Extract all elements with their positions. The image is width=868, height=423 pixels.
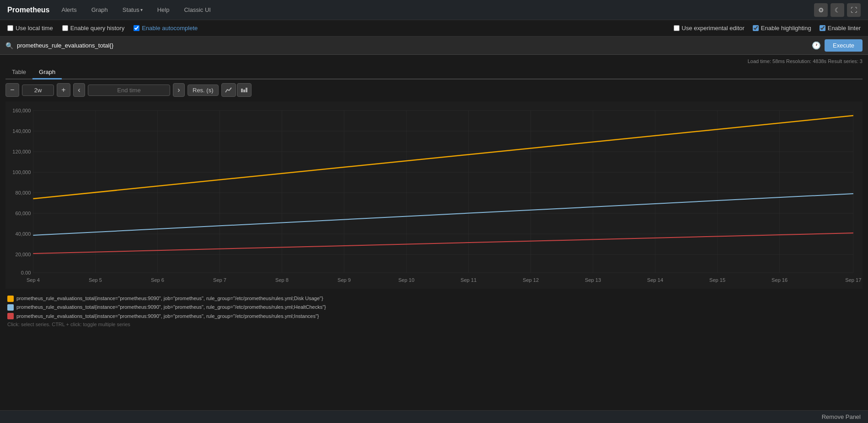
enable-autocomplete-checkbox[interactable] [134,25,139,31]
svg-text:0.00: 0.00 [21,270,31,275]
legend-item-instances[interactable]: prometheus_rule_evaluations_total{instan… [7,313,861,320]
svg-text:Sep 9: Sep 9 [338,277,351,283]
chart-type-buttons [221,83,252,97]
alerts-link[interactable]: Alerts [59,5,79,15]
tab-graph[interactable]: Graph [32,66,62,79]
status-dropdown[interactable]: Status ▾ [120,5,145,15]
enable-highlighting-checkbox[interactable] [753,25,759,31]
enable-linter-text: Enable linter [828,25,861,32]
brand-title: Prometheus [7,6,49,14]
enable-linter-label[interactable]: Enable linter [820,25,861,32]
graph-link[interactable]: Graph [89,5,111,15]
enable-linter-checkbox[interactable] [820,25,825,31]
svg-text:Sep 12: Sep 12 [523,277,539,283]
legend-label-instances: prometheus_rule_evaluations_total{instan… [16,313,319,320]
chart-svg: 160,000 140,000 120,000 100,000 80,000 6… [5,101,863,289]
navbar: Prometheus Alerts Graph Status ▾ Help Cl… [0,0,868,20]
enable-highlighting-text: Enable highlighting [761,25,811,32]
legend-item-healtchecks[interactable]: prometheus_rule_evaluations_total{instan… [7,304,861,311]
legend: prometheus_rule_evaluations_total{instan… [5,292,863,330]
svg-text:140,000: 140,000 [12,128,31,134]
svg-text:Sep 13: Sep 13 [585,277,601,283]
decrease-range-button[interactable]: − [5,83,19,97]
svg-text:60,000: 60,000 [16,211,31,216]
help-link[interactable]: Help [155,5,172,15]
increase-range-button[interactable]: + [57,83,70,97]
status-label: Status [123,6,139,13]
info-bar: Load time: 58ms Resolution: 4838s Result… [5,58,863,64]
legend-color-disk-usage [7,296,14,302]
legend-item-disk-usage[interactable]: prometheus_rule_evaluations_total{instan… [7,295,861,302]
legend-color-instances [7,313,14,319]
enable-highlighting-label[interactable]: Enable highlighting [753,25,811,32]
svg-text:Sep 11: Sep 11 [461,277,477,283]
stacked-chart-icon [241,87,248,93]
settings-icon-btn[interactable]: ⚙ [814,3,828,17]
theme-icon-btn[interactable]: ☾ [830,3,844,17]
use-experimental-editor-label[interactable]: Use experimental editor [674,25,745,32]
search-icon: 🔍 [5,42,13,49]
svg-text:20,000: 20,000 [16,252,31,257]
legend-label-disk-usage: prometheus_rule_evaluations_total{instan… [16,295,323,302]
svg-text:Sep 17: Sep 17 [845,277,861,283]
enable-query-history-checkbox[interactable] [62,25,68,31]
next-time-button[interactable]: › [173,83,185,97]
bottom-bar: Remove Panel [0,410,868,423]
enable-query-history-label[interactable]: Enable query history [62,25,125,32]
query-input[interactable] [17,42,808,49]
svg-text:Sep 5: Sep 5 [89,277,102,283]
status-dropdown-arrow: ▾ [140,7,143,12]
search-bar: 🔍 🕐 Execute [0,37,868,55]
enable-autocomplete-text: Enable autocomplete [142,25,198,32]
time-range-input[interactable] [22,85,54,96]
graph-controls: − + ‹ › Res. (s) [5,83,863,97]
svg-text:Sep 7: Sep 7 [213,277,226,283]
svg-text:100,000: 100,000 [12,169,31,175]
expand-icon-btn[interactable]: ⛶ [847,3,861,17]
use-experimental-editor-checkbox[interactable] [674,25,680,31]
enable-autocomplete-label[interactable]: Enable autocomplete [134,25,198,32]
svg-rect-2 [246,88,247,92]
svg-rect-3 [5,101,863,289]
resolution-button[interactable]: Res. (s) [188,85,219,96]
use-experimental-editor-text: Use experimental editor [682,25,745,32]
legend-hint: Click: select series. CTRL + click: togg… [7,322,861,327]
chart-wrapper: 160,000 140,000 120,000 100,000 80,000 6… [5,101,863,289]
prev-time-button[interactable]: ‹ [73,83,85,97]
use-local-time-label[interactable]: Use local time [7,25,53,32]
info-text: Load time: 58ms Resolution: 4838s Result… [748,58,863,64]
svg-text:Sep 16: Sep 16 [772,277,788,283]
options-right: Use experimental editor Enable highlight… [674,25,861,32]
use-local-time-checkbox[interactable] [7,25,13,31]
classic-ui-link[interactable]: Classic UI [181,5,214,15]
svg-text:Sep 14: Sep 14 [647,277,663,283]
svg-text:Sep 8: Sep 8 [275,277,289,283]
main-content: Load time: 58ms Resolution: 4838s Result… [0,55,868,333]
legend-label-healtchecks: prometheus_rule_evaluations_total{instan… [16,304,326,311]
line-chart-icon [225,87,232,93]
use-local-time-text: Use local time [16,25,53,32]
remove-panel-button[interactable]: Remove Panel [822,413,861,420]
history-icon[interactable]: 🕐 [812,41,821,50]
svg-text:40,000: 40,000 [16,231,31,237]
svg-text:Sep 6: Sep 6 [151,277,164,283]
tabs: Table Graph [5,66,863,79]
legend-color-healtchecks [7,304,14,311]
svg-text:120,000: 120,000 [12,149,31,154]
enable-query-history-text: Enable query history [70,25,125,32]
svg-text:80,000: 80,000 [16,190,31,196]
svg-text:Sep 15: Sep 15 [709,277,725,283]
options-bar: Use local time Enable query history Enab… [0,20,868,37]
svg-text:Sep 4: Sep 4 [27,277,40,283]
svg-rect-0 [241,89,243,92]
stacked-chart-button[interactable] [237,83,252,97]
tab-table[interactable]: Table [5,66,32,79]
svg-rect-1 [243,90,245,92]
svg-text:Sep 10: Sep 10 [398,277,414,283]
end-time-input[interactable] [88,85,170,96]
execute-button[interactable]: Execute [825,39,863,52]
line-chart-button[interactable] [221,83,236,97]
svg-text:160,000: 160,000 [12,108,31,113]
navbar-right-icons: ⚙ ☾ ⛶ [814,3,861,17]
